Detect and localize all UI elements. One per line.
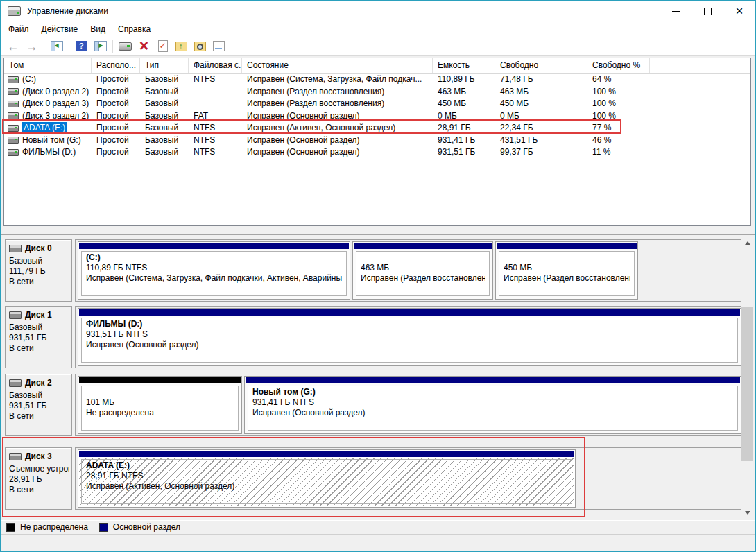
- disk-row: Диск 0Базовый111,79 ГБВ сети(C:)110,89 Г…: [5, 239, 743, 303]
- back-icon: [7, 40, 19, 53]
- graphical-view-panel: Диск 0Базовый111,79 ГБВ сети(C:)110,89 Г…: [3, 236, 754, 519]
- vertical-scrollbar[interactable]: [741, 237, 753, 519]
- volume-cell-free_pct: 11 %: [587, 146, 650, 159]
- partition-size: 28,91 ГБ NTFS: [86, 471, 567, 481]
- volume-row[interactable]: (C:)ПростойБазовыйNTFSИсправен (Система,…: [4, 74, 750, 86]
- volume-cell-free_pct: 77 %: [587, 122, 650, 135]
- disk-name-text: Диск 3: [25, 451, 52, 461]
- volume-cell-fs: NTFS: [189, 122, 242, 135]
- delete-button[interactable]: [135, 38, 153, 55]
- disk-label[interactable]: Диск 3Съемное устройство28,91 ГБВ сети: [5, 447, 72, 510]
- task-list-button[interactable]: [209, 38, 228, 55]
- disk-name-text: Диск 1: [25, 310, 52, 320]
- partition-title: ФИЛЬМЫ (D:): [86, 319, 733, 329]
- volume-icon: [8, 101, 19, 107]
- column-header-2[interactable]: Тип: [140, 58, 189, 73]
- volume-cell-free: 450 МБ: [495, 98, 587, 110]
- folder-up-button[interactable]: [172, 38, 191, 55]
- disk-name: Диск 0: [9, 243, 69, 253]
- toolbar-separator: [69, 40, 69, 53]
- partition[interactable]: 450 МБИсправен (Раздел восстановления): [495, 241, 638, 300]
- show-window-button[interactable]: [91, 38, 110, 55]
- disk-label[interactable]: Диск 2Базовый931,51 ГБВ сети: [5, 374, 72, 436]
- legend-item: Не распределена: [6, 522, 88, 532]
- partition[interactable]: Новый том (G:)931,41 ГБ NTFSИсправен (Ос…: [244, 376, 741, 434]
- volume-cell-fs: NTFS: [189, 135, 242, 147]
- column-header-0[interactable]: Том: [4, 58, 92, 73]
- volume-cell-status: Исправен (Раздел восстановления): [242, 98, 433, 110]
- volume-row[interactable]: (Диск 0 раздел 3)ПростойБазовыйИсправен …: [4, 98, 750, 110]
- disk-status: В сети: [9, 343, 69, 354]
- partition-status: Исправен (Основной раздел): [252, 408, 733, 418]
- menu-file[interactable]: Файл: [2, 23, 35, 35]
- folder-search-button[interactable]: [191, 38, 209, 55]
- volume-row[interactable]: Новый том (G:)ПростойБазовыйNTFSИсправен…: [4, 135, 750, 147]
- volume-cell-layout: Простой: [92, 122, 140, 135]
- volume-cell-blank: [650, 122, 750, 135]
- volume-cell-type: Базовый: [140, 98, 189, 110]
- folder-search-icon: [194, 42, 206, 51]
- menu-view[interactable]: Вид: [84, 23, 112, 35]
- volume-cell-type: Базовый: [140, 74, 189, 86]
- device-properties-button[interactable]: [116, 38, 135, 55]
- volume-cell-fs: FAT: [189, 110, 242, 123]
- scrollbar-thumb[interactable]: [741, 307, 753, 461]
- column-header-6[interactable]: Свободно: [495, 58, 587, 73]
- partition[interactable]: 463 МБИсправен (Раздел восстановления): [352, 241, 493, 300]
- volume-row[interactable]: ФИЛЬМЫ (D:)ПростойБазовыйNTFSИсправен (О…: [4, 146, 750, 159]
- volume-cell-capacity: 28,91 ГБ: [433, 122, 495, 135]
- maximize-button[interactable]: [691, 1, 723, 21]
- column-header-4[interactable]: Состояние: [242, 58, 433, 73]
- help-icon: [76, 41, 87, 51]
- disk-name: Диск 2: [9, 378, 69, 388]
- disk-row: Диск 1Базовый931,51 ГБВ сетиФИЛЬМЫ (D:)9…: [5, 306, 743, 370]
- volume-name-cell: (Диск 3 раздел 2): [4, 110, 92, 123]
- partition[interactable]: ADATA (E:)28,91 ГБ NTFSИсправен (Активен…: [78, 449, 576, 508]
- volume-row[interactable]: (Диск 0 раздел 2)ПростойБазовыйИсправен …: [4, 86, 750, 98]
- volume-cell-free_pct: 100 %: [587, 110, 650, 123]
- volume-list-header: ТомРасполо...ТипФайловая с...СостояниеЕм…: [4, 58, 750, 74]
- column-header-5[interactable]: Емкость: [433, 58, 495, 73]
- minimize-button[interactable]: [660, 1, 691, 21]
- volume-row[interactable]: ADATA (E:)ПростойБазовыйNTFSИсправен (Ак…: [4, 122, 750, 135]
- partition-color-bar: [354, 243, 492, 249]
- legend-item: Основной раздел: [99, 522, 180, 532]
- partition-status: Исправен (Раздел восстановления): [361, 273, 485, 284]
- scroll-down-icon[interactable]: [741, 507, 753, 519]
- volume-cell-blank: [650, 146, 750, 159]
- title-bar[interactable]: Управление дисками: [1, 1, 755, 21]
- partition-color-bar: [246, 377, 740, 383]
- volume-cell-blank: [650, 110, 750, 123]
- disk-type: Съемное устройство: [9, 464, 69, 474]
- scroll-up-icon[interactable]: [741, 237, 753, 249]
- volume-cell-status: Исправен (Раздел восстановления): [242, 86, 433, 98]
- panel-splitter[interactable]: [1, 234, 755, 235]
- help-button[interactable]: [72, 38, 91, 55]
- disk-label[interactable]: Диск 1Базовый931,51 ГБВ сети: [5, 306, 72, 368]
- disk-label[interactable]: Диск 0Базовый111,79 ГБВ сети: [5, 239, 72, 302]
- partition-title: [361, 252, 485, 263]
- partition[interactable]: 101 МБНе распределена: [78, 376, 242, 434]
- column-header-3[interactable]: Файловая с...: [189, 58, 242, 73]
- volume-name-cell: ФИЛЬМЫ (D:): [4, 146, 92, 159]
- volume-name-cell: (C:): [4, 74, 92, 86]
- volume-row[interactable]: (Диск 3 раздел 2)ПростойБазовыйFATИсправ…: [4, 110, 750, 123]
- toolbar-separator: [112, 40, 113, 53]
- close-button[interactable]: [723, 1, 755, 21]
- disk-icon: [9, 453, 22, 460]
- volume-cell-layout: Простой: [92, 135, 140, 147]
- column-header-1[interactable]: Располо...: [92, 58, 140, 73]
- menu-help[interactable]: Справка: [112, 23, 157, 35]
- back-button[interactable]: [3, 38, 22, 55]
- partition[interactable]: (C:)110,89 ГБ NTFSИсправен (Система, Заг…: [78, 241, 350, 300]
- menu-action[interactable]: Действие: [35, 23, 85, 35]
- window-title: Управление дисками: [27, 6, 108, 16]
- volume-cell-blank: [650, 74, 750, 86]
- check-document-button[interactable]: [153, 38, 172, 55]
- column-header-7[interactable]: Свободно %: [587, 58, 650, 73]
- partition[interactable]: ФИЛЬМЫ (D:)931,51 ГБ NTFSИсправен (Основ…: [78, 308, 741, 366]
- forward-button[interactable]: [22, 38, 41, 55]
- volume-cell-capacity: 931,51 ГБ: [433, 146, 495, 159]
- show-tree-button[interactable]: [47, 38, 66, 55]
- volume-cell-blank: [650, 135, 750, 147]
